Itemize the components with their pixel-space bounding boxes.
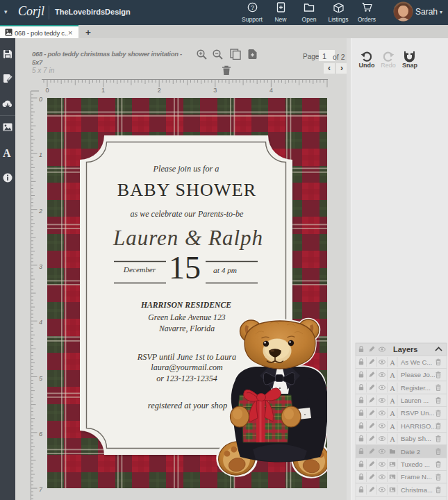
svg-text:4: 4 [39, 319, 42, 326]
svg-text:5: 5 [39, 375, 43, 382]
svg-text:A: A [390, 423, 395, 431]
svg-text:15: 15 [169, 250, 201, 285]
svg-text:December: December [123, 265, 156, 274]
svg-text:Snap: Snap [402, 62, 418, 69]
svg-text:RSVP Un...: RSVP Un... [401, 409, 434, 417]
svg-text:0: 0 [45, 87, 49, 94]
svg-text:2: 2 [38, 208, 42, 215]
svg-text:Lauren ...: Lauren ... [401, 397, 429, 404]
svg-text:1: 1 [101, 87, 105, 94]
svg-text:3: 3 [39, 263, 42, 270]
svg-text:HARRISON RESIDENCE: HARRISON RESIDENCE [140, 301, 231, 310]
svg-text:Date 2: Date 2 [401, 448, 420, 456]
svg-text:Lauren & Ralph: Lauren & Ralph [113, 226, 263, 250]
svg-text:RSVP until June 1st to Laura: RSVP until June 1st to Laura [137, 352, 236, 362]
svg-text:A: A [390, 359, 395, 367]
svg-text:laura@yourmail.com: laura@yourmail.com [151, 362, 223, 372]
svg-text:3: 3 [213, 87, 217, 94]
svg-text:Layers: Layers [393, 345, 417, 353]
svg-text:BABY SHOWER: BABY SHOWER [117, 180, 257, 200]
svg-text:0: 0 [39, 96, 42, 103]
svg-text:7: 7 [39, 486, 43, 493]
svg-text:Christma...: Christma... [401, 486, 433, 494]
svg-text:2: 2 [158, 87, 161, 94]
svg-text:Tuxedo ...: Tuxedo ... [401, 460, 430, 468]
svg-text:A: A [390, 397, 395, 405]
svg-text:4: 4 [269, 87, 273, 94]
svg-text:A: A [390, 435, 395, 443]
svg-text:Undo: Undo [359, 62, 375, 69]
svg-text:Please Jo...: Please Jo... [401, 371, 435, 378]
svg-text:A: A [390, 372, 395, 379]
svg-text:A: A [390, 410, 395, 417]
svg-text:As We C...: As We C... [401, 358, 432, 366]
svg-text:registered at your shop: registered at your shop [148, 401, 227, 410]
svg-text:Navarre, Florida: Navarre, Florida [158, 324, 215, 333]
svg-text:at 4 pm: at 4 pm [213, 266, 237, 274]
svg-text:as we celebrate our Parents-to: as we celebrate our Parents-to-be [131, 209, 244, 219]
svg-text:Redo: Redo [381, 62, 396, 69]
svg-text:Register...: Register... [401, 384, 431, 392]
svg-text:HARRISO...: HARRISO... [401, 422, 436, 430]
svg-text:Green Lake Avenue 123: Green Lake Avenue 123 [148, 313, 225, 322]
svg-text:?: ? [250, 4, 254, 11]
svg-text:Please join us for a: Please join us for a [153, 164, 219, 174]
svg-text:or 123-123-12354: or 123-123-12354 [156, 374, 217, 383]
svg-text:A: A [390, 385, 395, 392]
svg-text:6: 6 [39, 431, 42, 438]
svg-text:Frame N...: Frame N... [401, 473, 432, 481]
svg-text:Baby Sh...: Baby Sh... [401, 435, 431, 442]
svg-text:1: 1 [39, 151, 42, 158]
